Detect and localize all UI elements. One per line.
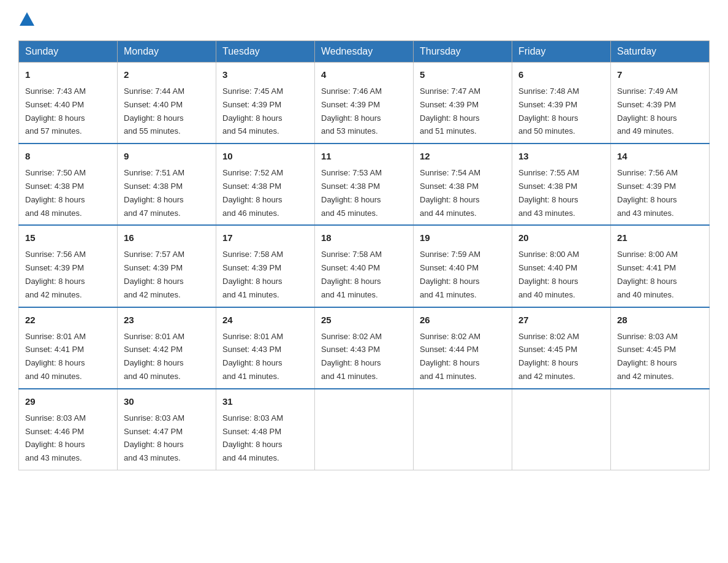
day-number: 29 <box>25 394 111 409</box>
day-info: Sunrise: 7:49 AMSunset: 4:39 PMDaylight:… <box>617 86 678 136</box>
day-number: 18 <box>321 231 407 245</box>
calendar-cell: 7 Sunrise: 7:49 AMSunset: 4:39 PMDayligh… <box>611 63 710 144</box>
day-info: Sunrise: 7:53 AMSunset: 4:38 PMDaylight:… <box>321 168 382 217</box>
day-number: 21 <box>617 231 703 245</box>
svg-marker-0 <box>20 12 34 26</box>
day-info: Sunrise: 8:03 AMSunset: 4:47 PMDaylight:… <box>124 413 184 462</box>
day-number: 9 <box>124 149 210 164</box>
calendar-cell: 22 Sunrise: 8:01 AMSunset: 4:41 PMDaylig… <box>19 307 118 389</box>
day-number: 22 <box>25 313 111 327</box>
day-number: 25 <box>321 313 407 327</box>
calendar-cell <box>315 389 414 470</box>
calendar-cell: 15 Sunrise: 7:56 AMSunset: 4:39 PMDaylig… <box>19 225 118 307</box>
calendar-cell: 16 Sunrise: 7:57 AMSunset: 4:39 PMDaylig… <box>118 225 216 307</box>
day-number: 13 <box>518 149 604 164</box>
day-number: 11 <box>321 149 407 164</box>
day-number: 1 <box>25 67 111 82</box>
calendar-cell: 31 Sunrise: 8:03 AMSunset: 4:48 PMDaylig… <box>216 389 315 470</box>
day-info: Sunrise: 7:47 AMSunset: 4:39 PMDaylight:… <box>420 86 480 136</box>
day-info: Sunrise: 8:02 AMSunset: 4:44 PMDaylight:… <box>420 332 480 381</box>
calendar-cell: 26 Sunrise: 8:02 AMSunset: 4:44 PMDaylig… <box>414 307 512 389</box>
calendar-cell: 1 Sunrise: 7:43 AMSunset: 4:40 PMDayligh… <box>19 63 118 144</box>
calendar-cell <box>512 389 611 470</box>
day-header-sunday: Sunday <box>19 41 118 63</box>
day-info: Sunrise: 8:02 AMSunset: 4:45 PMDaylight:… <box>518 332 579 381</box>
day-header-monday: Monday <box>118 41 216 63</box>
day-info: Sunrise: 7:43 AMSunset: 4:40 PMDaylight:… <box>25 86 86 136</box>
day-number: 16 <box>124 231 210 245</box>
calendar-cell: 23 Sunrise: 8:01 AMSunset: 4:42 PMDaylig… <box>118 307 216 389</box>
day-number: 30 <box>124 394 210 409</box>
calendar-table: SundayMondayTuesdayWednesdayThursdayFrid… <box>18 40 710 470</box>
day-info: Sunrise: 8:02 AMSunset: 4:43 PMDaylight:… <box>321 332 382 381</box>
day-header-wednesday: Wednesday <box>315 41 414 63</box>
calendar-cell: 19 Sunrise: 7:59 AMSunset: 4:40 PMDaylig… <box>414 225 512 307</box>
calendar-cell: 9 Sunrise: 7:51 AMSunset: 4:38 PMDayligh… <box>118 144 216 225</box>
day-info: Sunrise: 8:01 AMSunset: 4:41 PMDaylight:… <box>25 332 86 381</box>
day-number: 2 <box>124 67 210 82</box>
day-number: 7 <box>617 67 703 82</box>
calendar-cell: 11 Sunrise: 7:53 AMSunset: 4:38 PMDaylig… <box>315 144 414 225</box>
day-info: Sunrise: 7:56 AMSunset: 4:39 PMDaylight:… <box>25 250 86 299</box>
day-info: Sunrise: 7:52 AMSunset: 4:38 PMDaylight:… <box>222 168 283 217</box>
day-info: Sunrise: 7:57 AMSunset: 4:39 PMDaylight:… <box>124 250 184 299</box>
day-number: 3 <box>222 67 308 82</box>
calendar-cell: 30 Sunrise: 8:03 AMSunset: 4:47 PMDaylig… <box>118 389 216 470</box>
day-number: 28 <box>617 313 703 327</box>
logo-triangle-icon <box>20 12 34 26</box>
day-info: Sunrise: 7:54 AMSunset: 4:38 PMDaylight:… <box>420 168 480 217</box>
day-info: Sunrise: 7:44 AMSunset: 4:40 PMDaylight:… <box>124 86 184 136</box>
calendar-cell: 20 Sunrise: 8:00 AMSunset: 4:40 PMDaylig… <box>512 225 611 307</box>
calendar-week-row: 1 Sunrise: 7:43 AMSunset: 4:40 PMDayligh… <box>19 63 710 144</box>
calendar-cell: 2 Sunrise: 7:44 AMSunset: 4:40 PMDayligh… <box>118 63 216 144</box>
day-info: Sunrise: 7:55 AMSunset: 4:38 PMDaylight:… <box>518 168 579 217</box>
day-info: Sunrise: 7:48 AMSunset: 4:39 PMDaylight:… <box>518 86 579 136</box>
day-header-thursday: Thursday <box>414 41 512 63</box>
calendar-cell: 10 Sunrise: 7:52 AMSunset: 4:38 PMDaylig… <box>216 144 315 225</box>
day-info: Sunrise: 8:00 AMSunset: 4:41 PMDaylight:… <box>617 250 678 299</box>
day-info: Sunrise: 7:46 AMSunset: 4:39 PMDaylight:… <box>321 86 382 136</box>
calendar-cell: 25 Sunrise: 8:02 AMSunset: 4:43 PMDaylig… <box>315 307 414 389</box>
calendar-cell: 13 Sunrise: 7:55 AMSunset: 4:38 PMDaylig… <box>512 144 611 225</box>
calendar-cell: 8 Sunrise: 7:50 AMSunset: 4:38 PMDayligh… <box>19 144 118 225</box>
day-info: Sunrise: 8:03 AMSunset: 4:48 PMDaylight:… <box>222 413 283 462</box>
day-header-tuesday: Tuesday <box>216 41 315 63</box>
day-number: 4 <box>321 67 407 82</box>
day-number: 26 <box>420 313 506 327</box>
day-info: Sunrise: 7:50 AMSunset: 4:38 PMDaylight:… <box>25 168 86 217</box>
day-info: Sunrise: 7:45 AMSunset: 4:39 PMDaylight:… <box>222 86 283 136</box>
day-number: 19 <box>420 231 506 245</box>
day-number: 10 <box>222 149 308 164</box>
calendar-week-row: 29 Sunrise: 8:03 AMSunset: 4:46 PMDaylig… <box>19 389 710 470</box>
calendar-cell: 21 Sunrise: 8:00 AMSunset: 4:41 PMDaylig… <box>611 225 710 307</box>
day-info: Sunrise: 7:58 AMSunset: 4:39 PMDaylight:… <box>222 250 283 299</box>
day-number: 20 <box>518 231 604 245</box>
days-header-row: SundayMondayTuesdayWednesdayThursdayFrid… <box>19 41 710 63</box>
day-info: Sunrise: 8:03 AMSunset: 4:45 PMDaylight:… <box>617 332 678 381</box>
calendar-cell: 29 Sunrise: 8:03 AMSunset: 4:46 PMDaylig… <box>19 389 118 470</box>
day-number: 31 <box>222 394 308 409</box>
day-number: 12 <box>420 149 506 164</box>
calendar-cell: 27 Sunrise: 8:02 AMSunset: 4:45 PMDaylig… <box>512 307 611 389</box>
day-number: 8 <box>25 149 111 164</box>
day-info: Sunrise: 7:51 AMSunset: 4:38 PMDaylight:… <box>124 168 184 217</box>
day-info: Sunrise: 8:01 AMSunset: 4:43 PMDaylight:… <box>222 332 283 381</box>
calendar-cell: 6 Sunrise: 7:48 AMSunset: 4:39 PMDayligh… <box>512 63 611 144</box>
day-number: 23 <box>124 313 210 327</box>
calendar-cell: 24 Sunrise: 8:01 AMSunset: 4:43 PMDaylig… <box>216 307 315 389</box>
day-header-saturday: Saturday <box>611 41 710 63</box>
page-header <box>18 12 710 28</box>
day-info: Sunrise: 8:03 AMSunset: 4:46 PMDaylight:… <box>25 413 86 462</box>
calendar-week-row: 15 Sunrise: 7:56 AMSunset: 4:39 PMDaylig… <box>19 225 710 307</box>
day-number: 5 <box>420 67 506 82</box>
day-info: Sunrise: 7:56 AMSunset: 4:39 PMDaylight:… <box>617 168 678 217</box>
calendar-cell: 4 Sunrise: 7:46 AMSunset: 4:39 PMDayligh… <box>315 63 414 144</box>
calendar-cell: 28 Sunrise: 8:03 AMSunset: 4:45 PMDaylig… <box>611 307 710 389</box>
day-number: 14 <box>617 149 703 164</box>
day-info: Sunrise: 7:59 AMSunset: 4:40 PMDaylight:… <box>420 250 480 299</box>
calendar-cell <box>414 389 512 470</box>
day-header-friday: Friday <box>512 41 611 63</box>
day-info: Sunrise: 8:00 AMSunset: 4:40 PMDaylight:… <box>518 250 579 299</box>
calendar-cell: 18 Sunrise: 7:58 AMSunset: 4:40 PMDaylig… <box>315 225 414 307</box>
logo <box>18 12 34 28</box>
